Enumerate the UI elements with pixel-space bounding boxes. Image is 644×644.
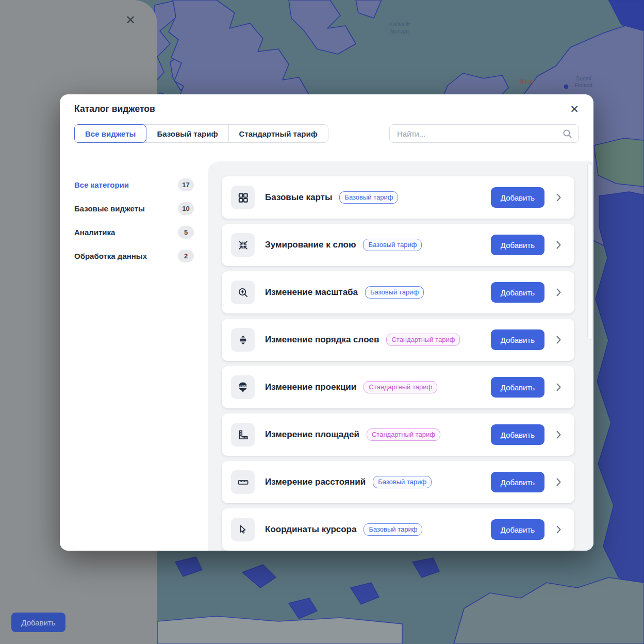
tariff-badge: Базовый тариф (339, 191, 398, 204)
map-label: Suomi Finland (567, 75, 600, 89)
search-box (389, 124, 579, 143)
category-count-badge: 2 (178, 250, 194, 262)
widget-row: Измерение площадейСтандартный тарифДобав… (222, 414, 574, 456)
chevron-right-icon[interactable] (556, 336, 561, 344)
panel-add-button[interactable]: Добавить (11, 613, 65, 632)
close-icon[interactable]: ✕ (566, 101, 583, 118)
category-item-2[interactable]: Аналитика5 (74, 220, 194, 244)
add-widget-button[interactable]: Добавить (491, 424, 544, 445)
category-list: Все категории17Базовые виджеты10Аналитик… (74, 173, 194, 268)
add-widget-button[interactable]: Добавить (491, 329, 544, 350)
chevron-right-icon[interactable] (556, 288, 561, 296)
category-item-3[interactable]: Обработка данных2 (74, 244, 194, 268)
tab-bar: Все виджетыБазовый тарифСтандартный тари… (74, 124, 328, 143)
add-widget-button[interactable]: Добавить (491, 187, 544, 208)
tab-1[interactable]: Базовый тариф (146, 125, 228, 142)
widget-name: Базовые карты (265, 192, 332, 203)
widget-row: Измерение расстоянийБазовый тарифДобавит… (222, 461, 574, 503)
widget-list: Базовые картыБазовый тарифДобавитьЗумиро… (222, 176, 574, 551)
ruler-icon (231, 470, 255, 494)
widget-name: Измерение расстояний (265, 477, 366, 487)
chevron-right-icon[interactable] (556, 241, 561, 249)
add-widget-button[interactable]: Добавить (491, 519, 544, 540)
category-count-badge: 10 (178, 202, 194, 215)
widget-name: Зумирование к слою (265, 240, 356, 250)
search-icon (563, 129, 572, 139)
map-label: Norge (520, 78, 534, 85)
tariff-badge: Стандартный тариф (367, 428, 440, 441)
add-widget-button[interactable]: Добавить (491, 235, 544, 255)
category-label: Аналитика (74, 228, 115, 237)
scrollbar[interactable] (588, 164, 592, 339)
tab-2[interactable]: Стандартный тариф (228, 125, 328, 142)
category-label: Все категории (74, 180, 129, 189)
tariff-badge: Базовый тариф (363, 239, 422, 251)
widget-row: Изменение масштабаБазовый тарифДобавить (222, 271, 574, 313)
page-title: Каталог виджетов (74, 104, 155, 114)
chevron-right-icon[interactable] (556, 431, 561, 439)
category-label: Обработка данных (74, 252, 147, 260)
widget-name: Изменение проекции (265, 382, 356, 392)
panel-close-icon[interactable]: ✕ (122, 11, 139, 29)
epsg-projection-icon: EPSG (231, 375, 255, 399)
widget-catalog-modal: Каталог виджетов ✕ Все виджетыБазовый та… (60, 94, 593, 551)
cursor-icon (231, 518, 255, 541)
widget-name: Изменение масштаба (265, 287, 358, 298)
category-label: Базовые виджеты (74, 204, 145, 213)
svg-text:EPSG: EPSG (239, 385, 247, 388)
widget-row: EPSGИзменение проекцииСтандартный тарифД… (222, 366, 574, 408)
tariff-badge: Стандартный тариф (386, 334, 460, 346)
widget-row: Координаты курсораБазовый тарифДобавить (222, 508, 574, 551)
chevron-right-icon[interactable] (556, 525, 561, 534)
zoom-to-layer-icon (231, 233, 255, 257)
category-count-badge: 17 (178, 178, 194, 191)
tariff-badge: Базовый тариф (365, 286, 424, 299)
grid-icon (231, 186, 255, 209)
category-count-badge: 5 (178, 226, 194, 239)
tariff-badge: Базовый тариф (373, 476, 432, 488)
add-widget-button[interactable]: Добавить (491, 472, 544, 492)
add-widget-button[interactable]: Добавить (491, 282, 544, 303)
zoom-in-icon (231, 280, 255, 304)
area-measure-icon (231, 423, 255, 447)
tab-0[interactable]: Все виджеты (74, 124, 146, 143)
category-item-0[interactable]: Все категории17 (74, 173, 194, 196)
tariff-badge: Стандартный тариф (364, 381, 437, 393)
search-input[interactable] (396, 129, 558, 139)
chevron-right-icon[interactable] (556, 383, 561, 391)
chevron-right-icon[interactable] (556, 478, 561, 486)
widget-row: Базовые картыБазовый тарифДобавить (222, 176, 574, 219)
category-item-1[interactable]: Базовые виджеты10 (74, 196, 194, 220)
widget-row: Изменение порядка слоевСтандартный тариф… (222, 319, 574, 361)
widget-name: Измерение площадей (265, 430, 359, 440)
widget-row: Зумирование к слоюБазовый тарифДобавить (222, 224, 574, 266)
widget-name: Изменение порядка слоев (265, 335, 379, 345)
widget-name: Координаты курсора (265, 524, 356, 535)
chevron-right-icon[interactable] (556, 193, 561, 202)
tariff-badge: Базовый тариф (364, 523, 422, 536)
map-label: Kalaallit Nunaat (378, 21, 421, 36)
add-widget-button[interactable]: Добавить (491, 377, 544, 398)
reorder-layers-icon (231, 328, 255, 352)
